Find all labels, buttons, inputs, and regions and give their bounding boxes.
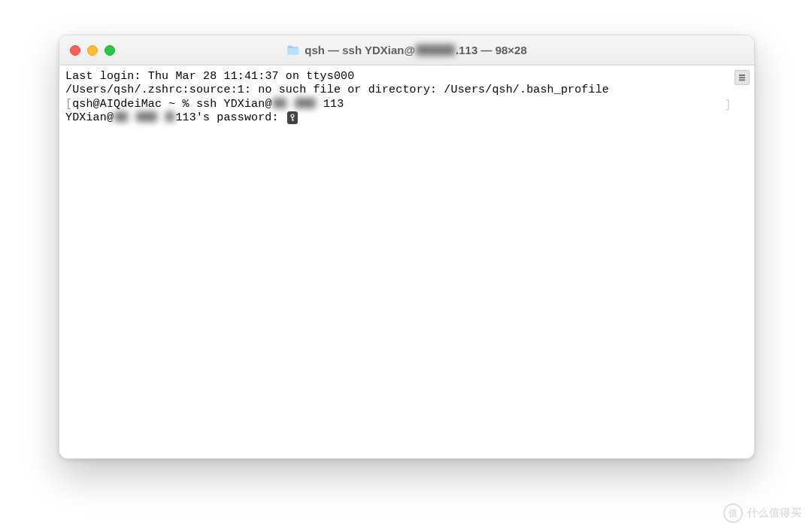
redacted-ip-part [165,111,174,122]
terminal-line: [qsh@AIQdeiMac ~ % ssh YDXian@ 113 [65,98,748,111]
redacted-ip-part [295,98,316,108]
watermark-text: 什么值得买 [747,506,802,520]
zoom-button[interactable] [105,45,115,56]
terminal-window: qsh — ssh YDXian@.113 — 98×28 Last login… [59,35,755,459]
redacted-ip-part [136,111,157,122]
scroll-indicator-icon[interactable] [735,70,750,85]
svg-point-3 [291,114,294,117]
svg-rect-5 [292,120,293,120]
traffic-lights [70,45,115,56]
window-title: qsh — ssh YDXian@.113 — 98×28 [59,44,754,56]
title-suffix: .113 — 98×28 [456,44,527,56]
redacted-ip-part [114,111,128,122]
terminal-line: YDXian@ 113's password: [65,111,748,125]
window-titlebar[interactable]: qsh — ssh YDXian@.113 — 98×28 [59,35,754,65]
watermark-badge: 值 [723,503,743,523]
close-button[interactable] [70,45,80,56]
svg-rect-0 [739,74,745,76]
redacted-ip-part [273,98,286,108]
minimize-button[interactable] [87,45,98,56]
watermark: 值 什么值得买 [723,503,802,523]
line-end-bracket: ] [725,98,732,111]
folder-icon [286,45,300,56]
title-redacted-ip [416,44,455,56]
title-prefix: qsh — ssh YDXian@ [304,44,415,56]
key-icon [287,111,298,124]
terminal-body[interactable]: Last login: Thu Mar 28 11:41:37 on ttys0… [59,65,754,458]
svg-rect-1 [739,77,745,78]
svg-rect-2 [739,79,745,81]
terminal-line: /Users/qsh/.zshrc:source:1: no such file… [65,84,748,97]
terminal-line: Last login: Thu Mar 28 11:41:37 on ttys0… [65,70,748,84]
